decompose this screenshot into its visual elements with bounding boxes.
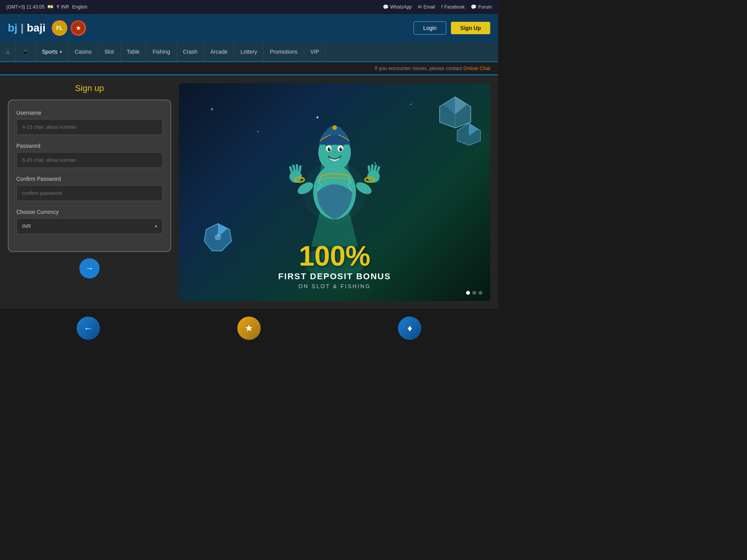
nav-item-slot[interactable]: Slot [98,42,121,61]
username-group: Username [16,110,163,135]
svg-text:★: ★ [75,25,81,31]
nav-item-table[interactable]: Table [121,42,146,61]
nav-item-casino[interactable]: Casino [68,42,98,61]
next-btn-wrapper: → [8,258,171,278]
nav-sports-label: Sports [42,49,57,55]
svg-point-37 [332,125,337,130]
nav-item-arcade[interactable]: Arcade [204,42,234,61]
banner-section: ✦ ✦ ✦ ✦ ✦ [179,83,490,301]
next-button[interactable]: → [79,258,100,278]
nav-item-vip[interactable]: VIP [304,42,326,61]
banner-text: 100% FIRST DEPOSIT BONUS ON SLOT & FISHI… [191,242,479,289]
svg-line-15 [293,166,295,170]
header-left: bj | baji FL ★ [8,20,86,36]
nav-promotions-label: Promotions [270,49,298,55]
logo-bj: bj [8,22,18,34]
signup-title: Sign up [8,83,171,93]
nav-item-sports[interactable]: Sports ▾ [35,42,68,61]
nav-casino-label: Casino [75,49,92,55]
login-button[interactable]: Login [414,21,446,35]
facebook-icon: f [441,4,442,10]
email-link[interactable]: ✉ Email [418,4,435,10]
currency-select[interactable]: INR USD EUR BDT [16,218,163,234]
email-icon: ✉ [418,4,422,10]
svg-point-32 [330,148,331,149]
nav-arcade-label: Arcade [210,49,228,55]
svg-line-22 [372,165,372,170]
nav-phone[interactable]: 📱 [16,42,35,61]
username-label: Username [16,110,163,116]
top-bar-left: (GMT+3) 11:43:05 🇮🇳 ₹ INR English [6,4,88,10]
bottom-icon-item-1: ← [77,317,100,340]
nav-table-label: Table [127,49,140,55]
signup-form: Username Password Confirm Password Choos… [8,100,171,252]
confirm-password-label: Confirm Password [16,176,163,182]
svg-point-41 [215,234,221,240]
phone-icon: 📱 [22,49,29,55]
language-label[interactable]: English [72,4,87,10]
nav-home[interactable]: ⌂ [3,42,16,61]
nav-item-lottery[interactable]: Lottery [234,42,264,61]
nav-item-fishing[interactable]: Fishing [146,42,177,61]
promo-badge-2[interactable]: ★ [70,20,86,36]
bonus-subtitle: ON SLOT & FISHING [191,283,479,289]
logo-separator: | [21,22,24,34]
whatsapp-link[interactable]: 💬 WhatsApp [383,4,412,10]
top-bar-right: 💬 WhatsApp ✉ Email f Facebook 💬 Forum [383,4,492,10]
banner-background: ✦ ✦ ✦ ✦ ✦ [179,83,490,301]
currency-label: ₹ INR [56,4,69,10]
notice-text: If you encounter issues, please contact [375,65,462,71]
nav-item-promotions[interactable]: Promotions [264,42,304,61]
password-input[interactable] [16,152,163,168]
notice-bar: If you encounter issues, please contact … [0,62,498,74]
arrow-right-icon: → [85,263,94,273]
nav-crash-label: Crash [183,49,197,55]
top-bar: (GMT+3) 11:43:05 🇮🇳 ₹ INR English 💬 What… [0,0,498,14]
nav-slot-label: Slot [105,49,114,55]
bottom-icon-item-2: ★ [237,317,261,340]
nav-item-crash[interactable]: Crash [177,42,204,61]
svg-line-23 [369,166,369,171]
bonus-title: FIRST DEPOSIT BONUS [191,271,479,282]
header-right: Login Sign Up [414,21,490,35]
signup-section: Sign up Username Password Confirm Passwo… [8,83,171,301]
promo-badge-1[interactable]: FL [52,20,67,36]
forum-link[interactable]: 💬 Forum [471,4,492,10]
currency-select-wrapper: INR USD EUR BDT ▾ [16,218,163,234]
flag-icon: 🇮🇳 [47,4,53,10]
header: bj | baji FL ★ Login Sign Up [0,14,498,42]
svg-line-17 [300,166,300,171]
svg-line-16 [297,165,297,170]
svg-point-38 [303,161,366,223]
nav-lottery-label: Lottery [240,49,257,55]
forum-icon: 💬 [471,4,477,10]
svg-line-20 [377,167,379,172]
svg-line-14 [290,167,292,172]
logo-baji: baji [27,22,46,34]
main-content: Sign up Username Password Confirm Passwo… [0,74,498,309]
password-label: Password [16,143,163,149]
main-nav: ⌂ 📱 Sports ▾ Casino Slot Table Fishing C… [0,42,498,62]
whatsapp-icon: 💬 [383,4,389,10]
logo[interactable]: bj | baji [8,22,46,34]
bottom-icon-circle-2: ★ [237,317,261,340]
banner-dot-1[interactable] [466,291,470,295]
confirm-password-input[interactable] [16,185,163,201]
svg-text:FL: FL [56,25,63,31]
banner-dot-3[interactable] [479,291,482,295]
svg-point-31 [339,147,342,151]
banner-dot-2[interactable] [472,291,476,295]
nav-vip-label: VIP [310,49,319,55]
username-input[interactable] [16,119,163,135]
currency-label: Choose Currency [16,209,163,215]
facebook-link[interactable]: f Facebook [441,4,465,10]
online-chat-link[interactable]: Online Chat [463,65,490,71]
signup-button[interactable]: Sign Up [451,22,490,34]
confirm-password-group: Confirm Password [16,176,163,201]
home-icon: ⌂ [6,49,9,55]
currency-group: Choose Currency INR USD EUR BDT ▾ [16,209,163,234]
nav-fishing-label: Fishing [153,49,170,55]
password-group: Password [16,143,163,168]
bottom-icon-circle-3: ♦ [398,317,421,340]
timezone: (GMT+3) 11:43:05 [6,4,44,10]
